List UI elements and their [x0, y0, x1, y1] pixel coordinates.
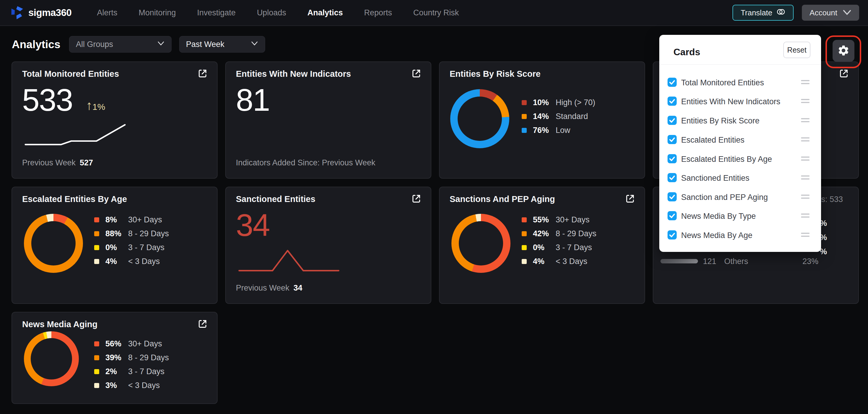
nav-item-uploads[interactable]: Uploads	[257, 8, 286, 18]
previous-week-value: 527	[80, 158, 93, 167]
legend-percent: 76%	[533, 126, 556, 135]
legend-row: 0% 3 - 7 Days	[94, 244, 169, 252]
drag-handle-icon[interactable]	[801, 99, 810, 105]
card-entities-by-risk-score: Entities By Risk Score 10% High (> 70) 1…	[439, 61, 645, 179]
legend-percent: 88%	[105, 229, 128, 238]
checkbox-checked[interactable]	[668, 230, 677, 239]
drag-handle-icon[interactable]	[801, 195, 810, 201]
nav-item-alerts[interactable]: Alerts	[97, 8, 117, 18]
time-filter-value: Past Week	[186, 40, 224, 49]
popover-item-entities-with-new-indicators[interactable]: Entities With New Indicators	[659, 96, 821, 108]
legend-label: High (> 70)	[556, 98, 595, 107]
news-aging-donut-chart	[24, 331, 79, 386]
nav-item-analytics[interactable]: Analytics	[307, 8, 343, 18]
sparkline-chart	[24, 120, 127, 150]
indicators-added-footer: Indicators Added Since: Previous Week	[236, 158, 375, 168]
legend-label: 30+ Days	[128, 215, 162, 225]
cards-settings-gear-button[interactable]	[833, 40, 855, 62]
checkbox-checked[interactable]	[668, 173, 677, 182]
translate-button-label: Translate	[741, 8, 772, 18]
external-link-icon[interactable]	[411, 68, 421, 79]
popover-item-total-monitored-entities[interactable]: Total Monitored Entities	[659, 78, 821, 89]
drag-handle-icon[interactable]	[801, 213, 810, 219]
card-sanctioned-entities: Sanctioned Entities 34 Previous Week34	[225, 187, 431, 304]
account-button[interactable]: Account	[802, 5, 859, 21]
escalated-age-donut-chart	[24, 214, 83, 273]
legend-swatch	[94, 245, 99, 250]
legend-percent: 4%	[533, 257, 556, 266]
legend-percent: 8%	[105, 215, 128, 225]
legend-percent: 0%	[533, 243, 556, 252]
popover-item-entities-by-risk-score[interactable]: Entities By Risk Score	[659, 116, 821, 127]
drag-handle-icon[interactable]	[801, 156, 810, 162]
legend-row: 10% High (> 70)	[522, 99, 595, 107]
reset-button[interactable]: Reset	[783, 42, 810, 58]
chevron-down-icon	[843, 8, 851, 18]
time-filter-dropdown[interactable]: Past Week	[179, 36, 265, 53]
escalated-age-legend: 8% 30+ Days 88% 8 - 29 Days 0% 3 - 7 Day…	[94, 216, 169, 265]
popover-item-sanctioned-entities[interactable]: Sanctioned Entities	[659, 173, 821, 185]
legend-percent: 4%	[105, 257, 128, 266]
drag-handle-icon[interactable]	[801, 118, 810, 124]
popover-item-label: News Media By Type	[681, 212, 756, 221]
pep-aging-donut-chart	[452, 214, 510, 273]
card-total-monitored-entities: Total Monitored Entities 533 ↑1% Previou…	[11, 61, 218, 179]
legend-swatch	[522, 245, 527, 250]
checkbox-checked[interactable]	[668, 78, 677, 87]
card-title: Entities By Risk Score	[450, 69, 540, 79]
drag-handle-icon[interactable]	[801, 233, 810, 239]
brand-name: sigma360	[28, 7, 71, 18]
drag-handle-icon[interactable]	[801, 80, 810, 86]
popover-item-sanction-and-pep-aging[interactable]: Sanction and PEP Aging	[659, 192, 821, 204]
nav-item-investigate[interactable]: Investigate	[197, 8, 236, 18]
checkbox-checked[interactable]	[668, 96, 677, 106]
checkbox-checked[interactable]	[668, 192, 677, 201]
drag-handle-icon[interactable]	[801, 137, 810, 143]
external-link-icon[interactable]	[197, 68, 208, 79]
popover-item-label: News Media By Age	[681, 231, 752, 240]
card-title: Escalated Entities By Age	[22, 194, 127, 204]
legend-label: Low	[556, 126, 570, 135]
chevron-down-icon	[157, 41, 165, 47]
checkbox-checked[interactable]	[668, 211, 677, 220]
metric-value: 81	[236, 82, 270, 118]
legend-swatch	[94, 369, 99, 374]
checkbox-checked[interactable]	[668, 154, 677, 163]
media-type-row-others: 121 Others 23%	[660, 257, 852, 266]
pep-aging-legend: 55% 30+ Days 42% 8 - 29 Days 0% 3 - 7 Da…	[522, 216, 596, 265]
external-link-icon[interactable]	[839, 68, 849, 79]
nav-item-country-risk[interactable]: Country Risk	[413, 8, 459, 18]
card-news-media-aging: News Media Aging 56% 30+ Days 39% 8 - 29…	[11, 312, 218, 404]
checkbox-checked[interactable]	[668, 135, 677, 144]
brand-logo[interactable]: sigma360	[10, 5, 71, 20]
legend-label: 30+ Days	[556, 215, 590, 225]
groups-filter-dropdown[interactable]: All Groups	[69, 36, 172, 53]
popover-item-escalated-entities-by-age[interactable]: Escalated Entities By Age	[659, 154, 821, 166]
popover-item-label: Total Monitored Entities	[681, 78, 764, 87]
legend-row: 4% < 3 Days	[94, 258, 169, 265]
bar-chart-segment	[660, 259, 698, 263]
legend-swatch	[94, 231, 99, 236]
popover-item-label: Sanction and PEP Aging	[681, 193, 768, 202]
popover-item-escalated-entities[interactable]: Escalated Entities	[659, 135, 821, 147]
nav-item-reports[interactable]: Reports	[364, 8, 392, 18]
card-sanctions-and-pep-aging: Sanctions And PEP Aging 55% 30+ Days 42%…	[439, 187, 645, 304]
donut-hole	[31, 338, 72, 380]
popover-item-news-media-by-type[interactable]: News Media By Type	[659, 211, 821, 223]
legend-swatch	[94, 383, 99, 388]
popover-item-label: Escalated Entities By Age	[681, 155, 772, 164]
translate-button[interactable]: Translate	[733, 5, 794, 21]
nav-item-monitoring[interactable]: Monitoring	[138, 8, 176, 18]
checkbox-checked[interactable]	[668, 116, 677, 125]
external-link-icon[interactable]	[197, 319, 208, 329]
legend-row: 0% 3 - 7 Days	[522, 244, 596, 252]
popover-item-news-media-by-age[interactable]: News Media By Age	[659, 230, 821, 242]
popover-item-label: Escalated Entities	[681, 136, 745, 145]
drag-handle-icon[interactable]	[801, 175, 810, 181]
card-title: Sanctioned Entities	[236, 194, 315, 204]
external-link-icon[interactable]	[625, 194, 635, 204]
external-link-icon[interactable]	[411, 194, 421, 204]
legend-swatch	[94, 342, 99, 346]
up-arrow-icon: ↑	[86, 98, 92, 113]
legend-percent: 2%	[105, 367, 128, 376]
